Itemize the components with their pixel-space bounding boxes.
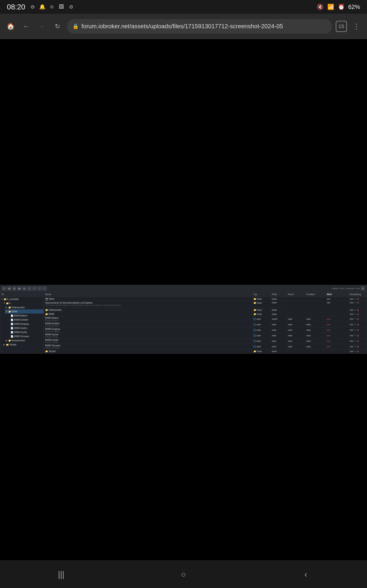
delete-icon[interactable]: 🗑 — [357, 298, 359, 300]
address-bar[interactable]: 🔒 forum.iobroker.net/assets/uploads/file… — [67, 19, 332, 34]
delete-icon[interactable]: 🗑 — [357, 302, 359, 304]
tree-item-anwesenheit[interactable]: ▶ 📁 Anwesenheit — [5, 338, 44, 342]
edit-icon[interactable]: ✎ — [354, 334, 356, 337]
col-typ: Typ — [252, 293, 270, 296]
delete-icon[interactable]: 🗑 — [357, 313, 359, 315]
delete-icon[interactable]: 🗑 — [357, 323, 359, 326]
forward-button[interactable]: → — [36, 20, 48, 32]
edit-icon[interactable]: ✎ — [354, 298, 356, 300]
data-typ-skripte: 📁 folder — [252, 350, 270, 353]
delete-icon[interactable]: 🗑 — [357, 334, 359, 337]
data-raum-bwm-garten: state — [286, 334, 305, 337]
data-row-skripte[interactable]: 📁 Skripte 📁 folder folder 004 ✎ 🗑 — [44, 349, 367, 354]
edit-icon[interactable]: ✎ — [354, 329, 356, 331]
home-button[interactable]: ○ — [174, 569, 193, 580]
plus-btn[interactable]: + — [32, 286, 36, 291]
tree-item-0userdata[interactable]: ▼ 📁 0_userdata — [0, 297, 44, 301]
data-rolle-stammordner: folder — [270, 302, 286, 304]
file-icon: 📄 — [10, 327, 13, 329]
folder-blue-icon: 📷 — [45, 297, 48, 300]
data-row-bwm-garten[interactable]: BWM-Garten Präsenz Garten state state st… — [44, 333, 367, 338]
tree-item-datenpunkte[interactable]: ▶ 📁 Datenpunkte — [5, 305, 44, 309]
recent-apps-button[interactable]: ||| — [52, 569, 70, 580]
data-einstellung-meta: 004 ✎ 🗑 — [348, 298, 367, 300]
delete-icon[interactable]: 🗑 — [357, 340, 359, 342]
data-row-bwm-einfahrt[interactable]: BWM-Einfahrt Präsenz Einfahrt state stat… — [44, 322, 367, 327]
data-typ-datenpunkte: 📁 folder — [252, 309, 270, 311]
edit-icon[interactable]: ✎ — [354, 323, 356, 326]
data-row-meta[interactable]: 📷 Meta 📁 folder folder 644 004 ✎ 🗑 — [44, 297, 367, 301]
back-button[interactable]: ← — [20, 20, 32, 32]
tree-item-bwm-garten[interactable]: 📄 BWM-Garten — [7, 326, 44, 330]
folder-icon: 📁 — [8, 339, 11, 342]
col-raum: Raum — [286, 293, 305, 296]
data-row-bwm-balkon[interactable]: BWM-Balkon Präsenz Balkon state switch s… — [44, 316, 367, 322]
data-wert-bwm-eingang: true — [325, 329, 348, 331]
data-funktion-bwm-einfahrt: state — [305, 323, 325, 326]
data-raum-bwm-huette: state — [286, 340, 305, 342]
edit-icon[interactable]: ✎ — [354, 302, 356, 304]
collapse-btn[interactable]: ▣ — [17, 286, 21, 291]
data-typ-stammordner: 📁 folder — [252, 302, 270, 304]
refresh-btn[interactable]: ↻ — [2, 286, 6, 291]
home-button[interactable]: 🏠 — [5, 20, 17, 32]
edit-icon[interactable]: ✎ — [354, 346, 356, 348]
edit-icon[interactable]: ✎ — [354, 350, 356, 353]
expand-btn[interactable]: ▤ — [12, 286, 16, 291]
bottom-nav: ||| ○ ‹ — [0, 561, 367, 588]
tree-item-skripte[interactable]: ▶ 📁 Skripte — [2, 342, 44, 346]
data-row-stammordner[interactable]: Stammordner für Benutzerobjekte und Date… — [44, 301, 367, 308]
menu-button[interactable]: ⋮ — [350, 20, 362, 32]
tree-item-bwm-balkon[interactable]: 📄 BWM-Balkon — [7, 313, 44, 318]
edit-icon[interactable]: ✎ — [354, 313, 356, 315]
tree-item-bwm-einfahrt[interactable]: 📄 BWM-Einfahrt — [7, 318, 44, 322]
grid-btn[interactable]: ▦ — [7, 286, 11, 291]
back-button-nav[interactable]: ‹ — [297, 569, 315, 580]
col-einstellung: Einstellung — [348, 293, 367, 296]
data-einstellung-stammordner: 004 ✎ 🗑 — [348, 302, 367, 304]
data-name-bwm: 📁 BWM — [44, 313, 252, 315]
data-row-bwm-terrasse[interactable]: BWM-Terrasse Präsenz Terrasse state stat… — [44, 344, 367, 349]
download-btn[interactable]: ↓ — [42, 286, 47, 291]
status-right: 🔇 📶 ⏰ 62% — [317, 3, 360, 10]
filter-btn[interactable]: T — [27, 286, 31, 291]
data-raum-bwm-einfahrt: state — [286, 323, 305, 326]
delete-icon[interactable]: 🗑 — [357, 329, 359, 331]
data-rolle-bwm-huette: state — [270, 340, 286, 342]
data-row-bwm[interactable]: 📁 BWM 📁 folder folder 004 ✎ 🗑 — [44, 312, 367, 316]
delete-icon[interactable]: 🗑 — [357, 346, 359, 348]
data-name-bwm-balkon: BWM-Balkon Präsenz Balkon — [44, 317, 252, 321]
delete-icon[interactable]: 🗑 — [357, 318, 359, 320]
tree-item-bwm[interactable]: ▼ 📁 BWM — [5, 309, 44, 313]
tree-item-bwm-terrasse[interactable]: 📄 BWM-Terrasse — [7, 334, 44, 338]
edit-icon[interactable]: ✎ — [354, 309, 356, 311]
edit-icon[interactable]: ✎ — [354, 340, 356, 342]
data-wert-meta: 644 — [325, 298, 348, 300]
notification-icon: 🔔 — [39, 3, 46, 10]
sort-btn[interactable]: ⊞ — [22, 286, 26, 291]
up-btn[interactable]: ↑ — [37, 286, 42, 291]
tree-label: 0 — [9, 302, 11, 304]
tab-count[interactable]: 15 — [336, 21, 347, 32]
tree-item-bwm-huette[interactable]: 📄 BWM-Huette — [7, 330, 44, 334]
data-row-bwm-eingang[interactable]: BWM-Eingang Präsenz Eingang state state … — [44, 327, 367, 333]
browser-chrome: 🏠 ← → ↻ 🔒 forum.iobroker.net/assets/uplo… — [0, 14, 367, 39]
delete-icon[interactable]: 🗑 — [357, 350, 359, 353]
refresh-button[interactable]: ↻ — [51, 20, 63, 32]
status-bar: 08:20 ⊖ 🔔 ⊗ 🖼 ⊘ 🔇 📶 ⏰ 62% — [0, 0, 367, 14]
tree-item-0[interactable]: ▼ 📁 0 — [2, 301, 44, 305]
data-raum-bwm-terrasse: state — [286, 346, 305, 348]
settings-btn[interactable]: ⚙ — [361, 286, 365, 291]
state-icon — [253, 340, 256, 342]
folder-icon: 📁 — [45, 350, 48, 353]
delete-icon[interactable]: 🗑 — [357, 309, 359, 311]
data-name-meta: 📷 Meta — [44, 297, 252, 300]
data-row-bwm-huette[interactable]: BWM-Huette Präsenz Huette state state st… — [44, 338, 367, 344]
tree-label: 0_userdata — [7, 298, 19, 300]
arrow-icon: ▼ — [1, 298, 3, 300]
edit-icon[interactable]: ✎ — [354, 318, 356, 320]
data-wert-bwm-einfahrt: true — [325, 323, 348, 326]
data-row-datenpunkte[interactable]: 📁 Datenpunkte 📁 folder folder 004 ✎ 🗑 — [44, 308, 367, 312]
tree-item-bwm-eingang[interactable]: 📄 BWM-Eingang — [7, 322, 44, 326]
data-wert-bwm-balkon: true — [325, 318, 348, 320]
